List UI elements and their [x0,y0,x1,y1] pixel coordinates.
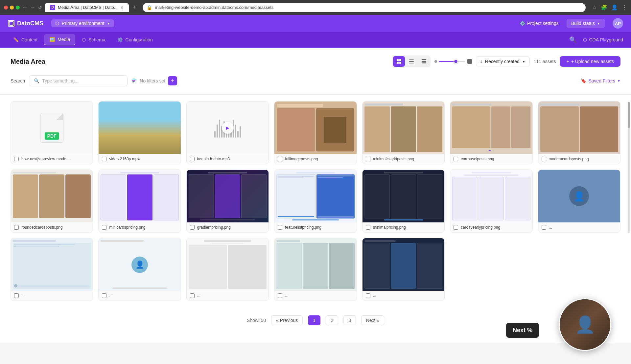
sort-chevron-icon: ▼ [522,60,526,63]
asset-thumbnail [99,102,180,154]
user-avatar[interactable]: AP [613,18,623,29]
add-filter-button[interactable]: + [168,76,177,85]
browser-tab[interactable]: D Media Area | DatoCMS | Dato... ✕ [45,3,129,12]
nav-item-schema[interactable]: ⬡ Schema [77,34,110,45]
asset-card[interactable]: carrouselposts.png [450,101,532,164]
back-button[interactable]: ← [22,5,28,11]
page-3-button[interactable]: 3 [343,315,356,325]
asset-card[interactable]: 👤 ... [98,238,181,301]
extensions-icon[interactable]: 🧩 [601,4,607,11]
asset-footer: gradientpricing.png [187,222,269,232]
asset-card[interactable]: moderncardsposts.png [538,101,620,164]
project-settings-button[interactable]: ⚙️ Project settings [520,21,559,26]
asset-checkbox[interactable] [366,157,370,161]
asset-checkbox[interactable] [278,225,282,230]
account-icon[interactable]: 👤 [611,4,618,11]
environment-selector[interactable]: ⬡ Primary environment ▼ [51,19,114,27]
play-button-icon[interactable]: ▶ [222,122,234,134]
asset-name: minimalpricing.png [373,225,406,230]
svg-rect-3 [397,62,399,64]
saved-filters-chevron: ▼ [617,79,620,83]
asset-card[interactable]: video-2160p.mp4 [98,101,181,164]
search-input[interactable] [42,78,123,83]
minimize-dot[interactable] [10,6,14,10]
asset-name: keepin-it-dato.mp3 [197,157,230,161]
page-2-button[interactable]: 2 [326,315,338,325]
saved-filters-button[interactable]: 🔖 Saved Filters ▼ [581,78,620,83]
slider-track[interactable] [439,61,465,62]
sort-label: Recently created [485,59,520,64]
cda-playground-button[interactable]: ⬡ CDA Playground [583,37,623,42]
search-button[interactable]: 🔍 [569,36,576,43]
bookmark-icon[interactable]: ☆ [592,4,597,11]
table-view-button[interactable] [418,56,430,67]
maximize-dot[interactable] [16,6,20,10]
asset-card[interactable]: PDF how-nextjs-preview-mode-... [11,101,93,164]
forward-button[interactable]: → [30,5,35,11]
build-status-label: Build status [571,21,595,26]
address-bar[interactable]: 🔒 marketing-website-demo-ap.admin.datocm… [143,3,586,12]
page-1-button[interactable]: 1 [308,315,320,325]
asset-card[interactable]: roundedcardsposts.png [11,170,93,233]
asset-card[interactable]: ... [186,238,269,301]
asset-checkbox[interactable] [366,293,370,298]
asset-checkbox[interactable] [542,225,546,230]
asset-checkbox[interactable] [14,293,19,298]
asset-checkbox[interactable] [102,225,106,230]
upload-button[interactable]: + + Upload new assets [560,56,620,67]
asset-checkbox[interactable] [190,225,195,230]
asset-checkbox[interactable] [278,293,282,298]
asset-footer: cardsyearlypricing.png [450,222,532,232]
build-status-button[interactable]: Build status ▼ [567,19,605,28]
asset-checkbox[interactable] [190,293,195,298]
asset-checkbox[interactable] [454,157,458,161]
asset-checkbox[interactable] [542,157,546,161]
nav-item-configuration[interactable]: ⚙️ Configuration [112,34,158,45]
asset-checkbox[interactable] [14,225,19,230]
nav-item-media[interactable]: 🖼️ Media [44,34,75,45]
asset-card[interactable]: gradientpricing.png [186,170,269,233]
svg-rect-6 [409,61,414,62]
previous-button[interactable]: « Previous [271,315,303,325]
asset-card[interactable]: ▶ keepin-it-dato.mp3 [186,101,269,164]
next-button[interactable]: Next » [361,315,384,325]
asset-checkbox[interactable] [454,225,458,230]
asset-name: video-2160p.mp4 [109,157,140,161]
svg-rect-1 [397,59,399,61]
asset-thumbnail [450,170,532,222]
config-icon: ⚙️ [117,37,123,42]
more-icon[interactable]: ⋮ [622,4,627,11]
asset-card[interactable]: ... [362,238,445,301]
slider-thumb[interactable] [454,59,458,64]
asset-card[interactable]: minimalpricing.png [362,170,445,233]
scrollbar-thumb[interactable] [628,102,630,128]
new-tab-button[interactable]: + [133,4,136,11]
asset-card[interactable]: ... [11,238,93,301]
asset-card[interactable]: cardsyearlypricing.png [450,170,532,233]
asset-checkbox[interactable] [366,225,370,230]
grid-view-button[interactable] [393,56,405,67]
asset-checkbox[interactable] [190,157,195,161]
asset-card[interactable]: ... [274,238,357,301]
logo-icon [8,20,14,27]
asset-checkbox[interactable] [102,293,106,298]
asset-checkbox[interactable] [102,157,106,161]
asset-card[interactable]: minimalistgridposts.png [362,101,445,164]
asset-card[interactable]: 👤 ... [538,170,620,233]
size-slider[interactable] [434,59,472,64]
sort-dropdown[interactable]: ↕️ Recently created ▼ [476,57,530,66]
svg-rect-0 [9,21,13,25]
asset-card[interactable]: fullimageposts.png [274,101,357,164]
asset-name: ... [197,293,200,298]
asset-checkbox[interactable] [14,157,19,161]
list-view-button[interactable] [406,56,417,67]
logo[interactable]: DatoCMS [8,20,43,27]
asset-card[interactable]: minicardspricing.png [98,170,181,233]
asset-checkbox[interactable] [278,157,282,161]
tab-close-button[interactable]: ✕ [120,5,124,10]
asset-card[interactable]: featurelistpricing.png [274,170,357,233]
nav-item-content[interactable]: ✏️ Content [8,34,43,45]
close-dot[interactable] [4,6,8,10]
reload-button[interactable]: ↺ [38,5,42,10]
asset-name: moderncardsposts.png [549,157,589,161]
